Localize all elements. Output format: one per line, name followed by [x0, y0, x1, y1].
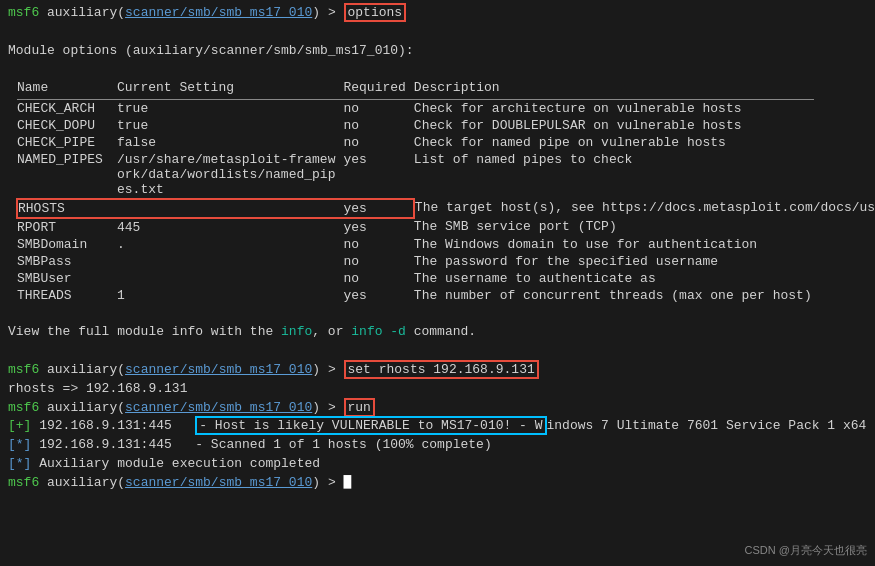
- module-path-4[interactable]: scanner/smb/smb_ms17_010: [125, 475, 312, 490]
- options-command: options: [344, 3, 407, 22]
- option-name: THREADS: [17, 287, 117, 304]
- run-command: run: [344, 398, 375, 417]
- option-name: CHECK_ARCH: [17, 100, 117, 118]
- option-setting: /usr/share/metasploit-framew ork/data/wo…: [117, 151, 343, 199]
- option-description: Check for DOUBLEPULSAR on vulnerable hos…: [414, 117, 814, 134]
- option-description: Check for architecture on vulnerable hos…: [414, 100, 814, 118]
- table-row: CHECK_DOPUtruenoCheck for DOUBLEPULSAR o…: [17, 117, 814, 134]
- result-line-2: [*] 192.168.9.131:445 - Scanned 1 of 1 h…: [8, 436, 867, 455]
- command-line-4: msf6 auxiliary(scanner/smb/smb_ms17_010)…: [8, 474, 867, 493]
- option-required: no: [343, 117, 413, 134]
- option-required: no: [343, 134, 413, 151]
- info-line: View the full module info with the info,…: [8, 323, 867, 342]
- command-line-2: msf6 auxiliary(scanner/smb/smb_ms17_010)…: [8, 361, 867, 380]
- info-d-link[interactable]: info -d: [351, 324, 406, 339]
- col-header-setting: Current Setting: [117, 79, 343, 96]
- table-row: RHOSTSyesThe target host(s), see https:/…: [17, 199, 814, 218]
- module-path-3[interactable]: scanner/smb/smb_ms17_010: [125, 400, 312, 415]
- vuln-highlight: - Host is likely VULNERABLE to MS17-010!…: [195, 416, 546, 435]
- option-setting: true: [117, 100, 343, 118]
- col-header-required: Required: [343, 79, 413, 96]
- option-description: The Windows domain to use for authentica…: [414, 236, 814, 253]
- set-rhosts-command: set rhosts 192.168.9.131: [344, 360, 539, 379]
- prompt-msf1: msf6: [8, 5, 39, 20]
- option-required: yes: [343, 287, 413, 304]
- command-line-3: msf6 auxiliary(scanner/smb/smb_ms17_010)…: [8, 399, 867, 418]
- options-table: Name Current Setting Required Descriptio…: [16, 79, 814, 304]
- option-setting: [117, 253, 343, 270]
- result-line-3: [*] Auxiliary module execution completed: [8, 455, 867, 474]
- option-name: NAMED_PIPES: [17, 151, 117, 199]
- table-row: RPORT445yesThe SMB service port (TCP): [17, 218, 814, 236]
- table-row: CHECK_ARCHtruenoCheck for architecture o…: [17, 100, 814, 118]
- option-description: List of named pipes to check: [414, 151, 814, 199]
- option-name: RPORT: [17, 218, 117, 236]
- module-path-1[interactable]: scanner/smb/smb_ms17_010: [125, 5, 312, 20]
- watermark: CSDN @月亮今天也很亮: [745, 543, 867, 558]
- command-line-1: msf6 auxiliary(scanner/smb/smb_ms17_010)…: [8, 4, 867, 23]
- option-setting: 1: [117, 287, 343, 304]
- option-name: SMBUser: [17, 270, 117, 287]
- info-link[interactable]: info: [281, 324, 312, 339]
- option-name: CHECK_DOPU: [17, 117, 117, 134]
- option-required: no: [343, 253, 413, 270]
- option-description: The target host(s), see https://docs.met…: [414, 199, 814, 218]
- option-setting: 445: [117, 218, 343, 236]
- option-setting: .: [117, 236, 343, 253]
- option-setting: true: [117, 117, 343, 134]
- option-setting: [117, 270, 343, 287]
- table-row: SMBDomain.noThe Windows domain to use fo…: [17, 236, 814, 253]
- result-plus: [+]: [8, 418, 31, 433]
- result-star-2: [*]: [8, 456, 31, 471]
- result-line-1: [+] 192.168.9.131:445 - Host is likely V…: [8, 417, 867, 436]
- module-path-2[interactable]: scanner/smb/smb_ms17_010: [125, 362, 312, 377]
- option-required: no: [343, 270, 413, 287]
- table-row: SMBPassnoThe password for the specified …: [17, 253, 814, 270]
- option-description: The username to authenticate as: [414, 270, 814, 287]
- result-star-1: [*]: [8, 437, 31, 452]
- option-description: The SMB service port (TCP): [414, 218, 814, 236]
- option-required: yes: [343, 218, 413, 236]
- option-description: The password for the specified username: [414, 253, 814, 270]
- cursor: █: [344, 475, 352, 490]
- table-row: SMBUsernoThe username to authenticate as: [17, 270, 814, 287]
- option-name: CHECK_PIPE: [17, 134, 117, 151]
- option-required: yes: [343, 199, 413, 218]
- option-name: RHOSTS: [17, 199, 117, 218]
- result-line-2-suffix: s (100% complete): [359, 437, 492, 452]
- option-required: no: [343, 236, 413, 253]
- table-row: THREADS1yesThe number of concurrent thre…: [17, 287, 814, 304]
- option-required: no: [343, 100, 413, 118]
- option-name: SMBDomain: [17, 236, 117, 253]
- table-row: NAMED_PIPES/usr/share/metasploit-framew …: [17, 151, 814, 199]
- module-options-header: Module options (auxiliary/scanner/smb/sm…: [8, 42, 867, 61]
- option-setting: false: [117, 134, 343, 151]
- table-row: CHECK_PIPEfalsenoCheck for named pipe on…: [17, 134, 814, 151]
- set-result: rhosts => 192.168.9.131: [8, 380, 867, 399]
- col-header-name: Name: [17, 79, 117, 96]
- option-required: yes: [343, 151, 413, 199]
- option-name: SMBPass: [17, 253, 117, 270]
- option-description: The number of concurrent threads (max on…: [414, 287, 814, 304]
- prompt-msf2: msf6: [8, 362, 39, 377]
- option-setting: [117, 199, 343, 218]
- terminal: msf6 auxiliary(scanner/smb/smb_ms17_010)…: [0, 0, 875, 566]
- prompt-msf4: msf6: [8, 475, 39, 490]
- option-description: Check for named pipe on vulnerable hosts: [414, 134, 814, 151]
- col-header-description: Description: [414, 79, 814, 96]
- prompt-msf3: msf6: [8, 400, 39, 415]
